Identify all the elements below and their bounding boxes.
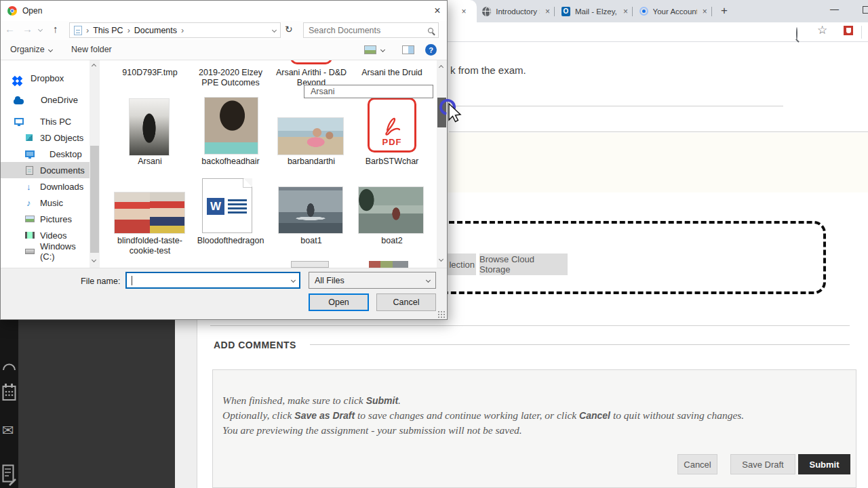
back-icon[interactable]: ← <box>5 23 15 35</box>
tab-title: Introductory S <box>496 7 540 16</box>
file-label[interactable]: blindfolded-taste-cookie-test <box>111 236 189 256</box>
sidebar-item-pictures[interactable]: Pictures <box>1 211 90 227</box>
new-tab-button[interactable]: + <box>717 4 731 18</box>
file-label[interactable]: Bloodofthedragon <box>197 236 264 246</box>
breadcrumb-this-pc[interactable]: This PC <box>93 26 123 35</box>
scroll-down-icon[interactable] <box>92 258 96 262</box>
file-thumbnail-arsani[interactable] <box>130 99 169 155</box>
file-thumbnail-boat2[interactable] <box>359 187 423 233</box>
file-label[interactable]: barbandarthi <box>272 157 351 167</box>
tooltip: Arsani <box>304 85 433 98</box>
view-options-chevron-icon[interactable] <box>380 47 385 52</box>
chevron-down-icon[interactable] <box>426 278 431 283</box>
file-thumbnail-blindfolded[interactable] <box>115 192 184 233</box>
submit-button[interactable]: Submit <box>798 454 850 474</box>
instruction-line-2: Optionally, click Save as Draft to save … <box>222 408 833 423</box>
scroll-up-icon[interactable] <box>439 65 443 70</box>
breadcrumb-documents[interactable]: Documents <box>134 26 177 35</box>
preview-pane-icon[interactable] <box>402 45 414 54</box>
sidebar-item-this-pc[interactable]: This PC <box>1 113 90 129</box>
file-thumbnail-partial[interactable] <box>291 261 329 268</box>
tab-close-icon[interactable]: × <box>620 6 631 17</box>
sidebar-item-music[interactable]: ♪ Music <box>1 195 90 211</box>
dialog-cancel-button[interactable]: Cancel <box>376 293 436 311</box>
file-grid: 910D793F.tmp 2019-2020 Elzey PPE Outcome… <box>100 60 437 268</box>
file-thumbnail-backofheadhair[interactable] <box>205 98 258 154</box>
dialog-title: Open <box>22 6 42 16</box>
page-fold <box>243 178 252 187</box>
file-thumbnail-barbandarthi[interactable] <box>278 118 343 155</box>
scrollbar-thumb[interactable] <box>437 98 446 127</box>
dialog-title-bar[interactable]: Open × <box>1 1 447 21</box>
account-favicon-icon <box>639 7 648 16</box>
file-name-combobox[interactable] <box>125 272 300 289</box>
file-thumbnail-boat1[interactable] <box>279 187 342 233</box>
breadcrumb-dropdown-icon[interactable] <box>272 28 277 33</box>
cancel-button[interactable]: Cancel <box>677 454 717 474</box>
sidebar-item-desktop[interactable]: Desktop <box>1 146 90 162</box>
view-thumbnails-icon[interactable] <box>364 45 376 54</box>
file-label[interactable]: boat2 <box>353 236 431 246</box>
help-icon[interactable]: ? <box>425 44 437 56</box>
sidebar-scrollbar[interactable] <box>90 60 100 268</box>
up-icon[interactable]: ↑ <box>53 23 58 35</box>
browse-cloud-storage-button[interactable]: Browse Cloud Storage <box>479 253 568 275</box>
file-label[interactable]: 2019-2020 Elzey PPE Outcomes <box>191 68 270 87</box>
window-minimize-button[interactable]: — <box>830 4 839 14</box>
file-type-combobox[interactable]: All Files <box>309 272 436 289</box>
refresh-icon[interactable]: ↻ <box>285 24 293 35</box>
resize-grip[interactable] <box>437 310 445 318</box>
sidebar-item-onedrive[interactable]: OneDrive <box>1 92 90 108</box>
downloads-icon: ↓ <box>26 182 31 191</box>
mail-icon[interactable]: ✉ <box>2 422 14 439</box>
organize-menu[interactable]: Organize <box>10 45 52 54</box>
search-box[interactable] <box>303 22 439 38</box>
dialog-close-button[interactable]: × <box>429 3 446 19</box>
sidebar-item-dropbox[interactable]: Dropbox <box>1 70 90 86</box>
chevron-down-icon[interactable] <box>291 278 296 283</box>
scroll-down-icon[interactable] <box>439 257 443 262</box>
bookmark-star-icon[interactable]: ☆ <box>817 23 827 37</box>
documents-icon <box>26 166 33 175</box>
sidebar-item-windows-c[interactable]: Windows (C:) <box>1 243 90 260</box>
partial-circle-icon[interactable] <box>2 363 16 370</box>
forward-icon[interactable]: → <box>22 23 33 35</box>
file-label[interactable]: 910D793F.tmp <box>111 68 189 78</box>
tab-close-icon[interactable]: × <box>458 6 469 17</box>
file-label[interactable]: boat1 <box>272 236 351 246</box>
file-list-scrollbar[interactable] <box>437 60 447 268</box>
tab-mail[interactable]: O Mail - Elzey, B × <box>556 0 631 22</box>
pdf-icon-partial <box>290 60 332 64</box>
sidebar-item-documents[interactable]: Documents <box>1 162 90 178</box>
tab-close-icon[interactable]: × <box>700 6 710 17</box>
file-thumbnail-word-doc[interactable]: W <box>202 178 252 233</box>
file-name-input[interactable] <box>131 276 292 285</box>
scrollbar-thumb[interactable] <box>90 146 99 253</box>
extension-icon[interactable] <box>844 26 853 37</box>
tab-your-account[interactable]: Your Account × <box>634 0 710 22</box>
tab-introductory[interactable]: Introductory S × <box>477 0 553 22</box>
file-label[interactable]: Arsani the Druid <box>353 68 431 78</box>
sidebar-item-downloads[interactable]: ↓ Downloads <box>1 178 90 195</box>
sidebar-item-3d-objects[interactable]: 3D Objects <box>1 129 90 146</box>
history-chevron-icon[interactable] <box>38 27 43 32</box>
zoom-in-icon[interactable] <box>796 27 797 40</box>
screen: × Introductory S × O Mail - Elzey, B × Y… <box>0 0 868 488</box>
document-edit-icon[interactable] <box>2 464 17 487</box>
window-maximize-button[interactable] <box>863 6 868 14</box>
file-label[interactable]: backofheadhair <box>191 157 270 167</box>
save-draft-button[interactable]: Save Draft <box>730 454 795 474</box>
file-label[interactable]: BarbSTWchar <box>353 157 431 167</box>
file-thumbnail-pdf[interactable]: PDF <box>368 98 416 152</box>
breadcrumb[interactable]: › This PC › Documents › <box>69 22 281 38</box>
exam-text-fragment: k from the exam. <box>450 64 526 76</box>
windows-c-drive-icon <box>25 249 35 254</box>
scroll-up-icon[interactable] <box>92 64 96 68</box>
search-input[interactable] <box>309 26 428 35</box>
calendar-icon[interactable] <box>2 383 16 402</box>
file-thumbnail-partial[interactable] <box>369 261 408 268</box>
file-label[interactable]: Arsani <box>111 157 189 167</box>
new-folder-button[interactable]: New folder <box>71 45 112 54</box>
open-button[interactable]: Open <box>309 293 369 311</box>
tab-close-icon[interactable]: × <box>542 6 553 17</box>
